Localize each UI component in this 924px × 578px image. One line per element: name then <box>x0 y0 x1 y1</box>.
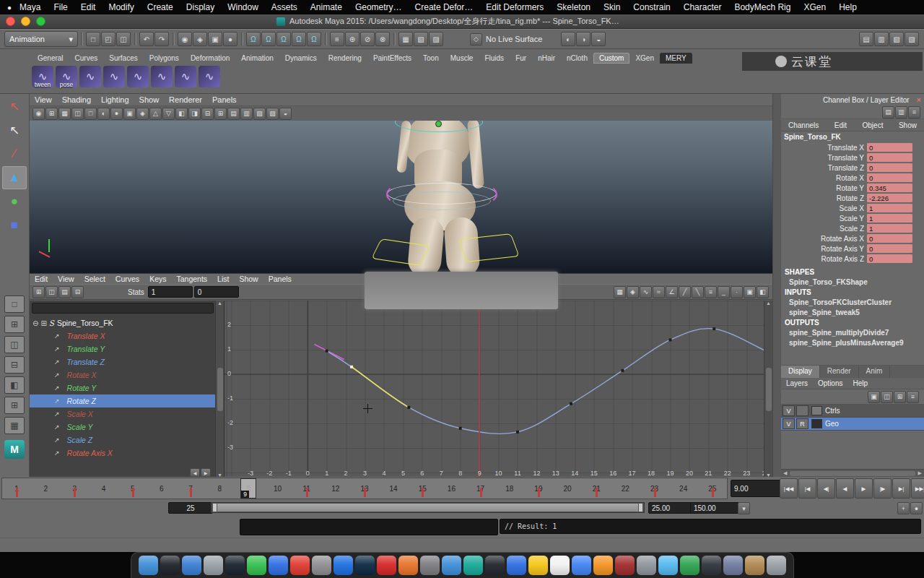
dock-app-icon[interactable] <box>269 556 288 575</box>
graph-editor-menu-item[interactable]: Show <box>234 275 263 283</box>
range-slider-track[interactable] <box>211 502 645 513</box>
viewport-toolbar-icon[interactable]: ▧ <box>253 108 266 120</box>
viewport-toolbar-icon[interactable]: ▦ <box>58 108 71 120</box>
dock-app-icon[interactable] <box>442 556 461 575</box>
attribute-value-field[interactable]: 1 <box>867 224 912 233</box>
snap-icon[interactable]: Ω <box>307 32 321 46</box>
viewport-toolbar-icon[interactable]: ▤ <box>227 108 240 120</box>
layer-editor-menu-item[interactable]: Help <box>847 379 873 387</box>
attribute-label[interactable]: Translate Z <box>781 164 864 172</box>
playback-button[interactable]: |◀◀ <box>780 478 798 499</box>
menubar-item[interactable]: BodyMech Rig <box>728 2 797 12</box>
snap-icon[interactable]: Ω <box>292 32 306 46</box>
selection-mask-icon[interactable]: ▣ <box>208 32 222 46</box>
panel-divider[interactable] <box>772 94 781 477</box>
viewport-menu-item[interactable]: Renderer <box>164 95 207 104</box>
shelf-button[interactable]: ∿ <box>127 66 149 87</box>
layer-editor-menu-item[interactable]: Options <box>813 379 847 387</box>
dock-app-icon[interactable] <box>312 556 331 575</box>
menubar-item[interactable]: Display <box>180 2 221 12</box>
maya-logo[interactable]: M <box>4 440 25 459</box>
toolbar-icon[interactable]: ▦ <box>398 32 413 46</box>
character-set-menu-icon[interactable]: ▾ <box>738 502 750 514</box>
viewport-toolbar-icon[interactable]: ◨ <box>188 108 201 120</box>
close-window-button[interactable] <box>6 17 15 26</box>
dock-app-icon[interactable] <box>485 556 505 575</box>
outliner-channel-row[interactable]: ↗ Scale Z <box>30 434 215 447</box>
menubar-item[interactable]: XGen <box>797 2 832 12</box>
dock-app-icon[interactable] <box>767 556 786 575</box>
menubar-item[interactable]: Help <box>832 2 863 12</box>
range-slider-bar[interactable] <box>213 504 642 512</box>
file-toolbar-icon[interactable]: ◰ <box>101 32 116 46</box>
tangent-toolbar-icon[interactable]: ╱ <box>679 286 691 298</box>
playback-button[interactable]: ◀| <box>817 478 835 499</box>
frame-number[interactable]: 8 <box>205 485 234 493</box>
outliner-channel-row[interactable]: ↗ Translate Y <box>30 342 215 355</box>
graph-editor-menu-item[interactable]: Panels <box>263 275 297 283</box>
scrollbar-thumb[interactable] <box>790 471 915 476</box>
node-section-row[interactable]: INPUTS <box>781 287 924 297</box>
scroll-left-icon[interactable]: ◀ <box>781 470 787 476</box>
current-time-field[interactable]: 9.00 <box>731 480 783 497</box>
outliner-scrollbar[interactable]: ▲ ▼ <box>215 301 224 478</box>
shelf-tab[interactable]: nHair <box>532 53 561 64</box>
shelf-button[interactable]: ∿ tween <box>32 66 53 87</box>
range-start-handle[interactable] <box>212 503 217 512</box>
snap-icon[interactable]: Ω <box>246 32 261 46</box>
history-icon[interactable]: ⊗ <box>375 32 390 46</box>
shelf-tab[interactable]: Muscle <box>445 53 479 64</box>
live-surface-icon[interactable]: ◇ <box>470 33 482 46</box>
viewport-toolbar-icon[interactable]: ◧ <box>175 108 188 120</box>
viewport-toolbar-icon[interactable]: ▥ <box>240 108 253 120</box>
shelf-tab[interactable]: Curves <box>69 53 104 64</box>
playback-end-field[interactable]: 25.00 <box>648 502 693 514</box>
tangent-toolbar-icon[interactable]: ◈ <box>627 286 639 298</box>
viewport-toolbar-icon[interactable]: ⊞ <box>214 108 227 120</box>
shelf-button[interactable]: ∿ <box>199 66 220 87</box>
layout-shortcut-button[interactable]: ▦ <box>4 417 25 434</box>
attribute-value-field[interactable]: 0 <box>867 153 912 162</box>
shelf-button[interactable]: ∿ <box>151 66 173 87</box>
layout-shortcut-button[interactable]: ⊟ <box>4 356 25 374</box>
attribute-label[interactable]: Rotate Z <box>781 194 864 202</box>
dock-app-icon[interactable] <box>334 556 353 575</box>
node-section-row[interactable]: SHAPES <box>781 267 924 277</box>
auto-key-icon[interactable]: + <box>897 502 910 514</box>
shelf-tab[interactable]: Custom <box>593 53 629 64</box>
shelf-button[interactable]: ∿ <box>103 66 125 87</box>
graph-toolbar-icon[interactable]: ⊟ <box>71 286 84 298</box>
menubar-item[interactable]: Maya <box>13 2 47 12</box>
menubar-item[interactable]: File <box>47 2 74 12</box>
viewport-toolbar-icon[interactable]: ⊞ <box>45 108 58 120</box>
menubar-item[interactable]: Edit Deformers <box>479 2 550 12</box>
outliner-channel-row[interactable]: ↗ Scale X <box>30 407 215 420</box>
undo-redo-icon[interactable]: ↷ <box>154 32 169 46</box>
layer-name[interactable]: Ctrls <box>825 407 840 415</box>
sidebar-toggle-icon[interactable]: ▥ <box>874 32 889 46</box>
shelf-tab[interactable]: PaintEffects <box>367 53 417 64</box>
sidebar-toggle-icon[interactable]: ▧ <box>889 32 904 46</box>
dock-app-icon[interactable] <box>615 556 635 575</box>
scroll-up-icon[interactable]: ▲ <box>217 301 222 306</box>
dock-app-icon[interactable] <box>204 556 223 575</box>
scroll-right-icon[interactable]: ▶ <box>918 470 924 476</box>
history-icon[interactable]: ⊘ <box>360 32 375 46</box>
render-icon[interactable]: ◑ <box>576 32 590 46</box>
file-toolbar-icon[interactable]: ◫ <box>116 32 131 46</box>
dock-app-icon[interactable] <box>550 556 570 575</box>
attribute-value-field[interactable]: -2.226 <box>867 194 912 202</box>
attribute-label[interactable]: Scale Y <box>781 215 864 223</box>
graph-editor-menu-item[interactable]: Select <box>79 275 110 283</box>
frame-number[interactable]: 6 <box>147 485 176 493</box>
shelf-button[interactable]: ∿ <box>79 66 101 87</box>
shelf-tab[interactable]: Fluids <box>479 53 510 64</box>
menubar-item[interactable]: Skeleton <box>550 2 597 12</box>
viewport-toolbar-icon[interactable]: □ <box>84 108 97 120</box>
frame-number[interactable]: 24 <box>669 485 698 493</box>
graph-editor-menu-item[interactable]: View <box>53 275 79 283</box>
tool-button[interactable]: ■ <box>2 214 27 237</box>
outliner-channel-row[interactable]: ↗ Translate X <box>30 329 215 342</box>
playback-start-field[interactable]: 25 <box>168 502 213 514</box>
dock-app-icon[interactable] <box>593 556 613 575</box>
